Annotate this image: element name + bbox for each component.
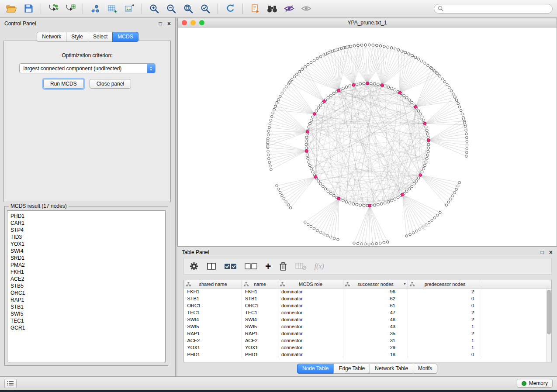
table-tab-edge-table[interactable]: Edge Table — [333, 364, 370, 374]
mcds-result-item[interactable]: RAP1 — [10, 296, 165, 303]
run-mcds-button[interactable]: Run MCDS — [43, 79, 84, 89]
show-graphics-details-button[interactable] — [299, 2, 313, 15]
network-node[interactable] — [433, 70, 436, 72]
search-input[interactable] — [446, 6, 549, 12]
network-node[interactable] — [326, 234, 329, 237]
network-node[interactable] — [330, 236, 332, 238]
deselect-all-button[interactable] — [245, 263, 257, 270]
network-node[interactable] — [311, 116, 314, 118]
network-node[interactable] — [335, 49, 337, 52]
network-node[interactable] — [443, 81, 446, 83]
network-node[interactable] — [383, 45, 386, 48]
network-node[interactable] — [304, 221, 307, 224]
network-node[interactable] — [316, 229, 319, 232]
zoom-fit-button[interactable] — [181, 2, 195, 15]
table-row[interactable]: STB1STB1dominator620 — [184, 295, 551, 302]
new-network-button[interactable] — [88, 2, 102, 15]
network-canvas[interactable] — [178, 28, 557, 246]
network-node[interactable] — [305, 136, 308, 139]
network-node[interactable] — [433, 217, 436, 219]
network-node[interactable] — [401, 50, 403, 52]
column-header-predecessor-nodes[interactable]: predecessor nodes — [408, 280, 482, 288]
network-node[interactable] — [431, 219, 433, 222]
table-options-button[interactable] — [189, 261, 199, 271]
table-row[interactable]: FKH1FKH1dominator962 — [184, 288, 551, 295]
network-node[interactable] — [285, 201, 287, 203]
network-node[interactable] — [448, 86, 451, 89]
network-node[interactable] — [441, 78, 444, 80]
network-node[interactable] — [308, 122, 311, 125]
network-node[interactable] — [352, 203, 355, 205]
network-node[interactable] — [281, 92, 284, 95]
network-node[interactable] — [276, 102, 278, 104]
network-node[interactable] — [403, 94, 405, 97]
network-node[interactable] — [285, 86, 287, 88]
network-node[interactable] — [306, 154, 308, 156]
delete-columns-button[interactable] — [279, 261, 287, 271]
network-node[interactable] — [270, 115, 273, 118]
network-search-box[interactable] — [434, 4, 553, 14]
network-node[interactable] — [422, 119, 425, 122]
network-node[interactable] — [349, 202, 351, 204]
network-node[interactable] — [373, 83, 376, 85]
mcds-result-item[interactable]: ORC1 — [10, 289, 165, 296]
network-node[interactable] — [455, 99, 458, 102]
network-node[interactable] — [450, 198, 452, 200]
network-node[interactable] — [329, 94, 332, 97]
tab-style[interactable]: Style — [66, 32, 88, 42]
network-node[interactable] — [426, 157, 428, 160]
mcds-result-item[interactable]: SWI4 — [10, 248, 165, 254]
network-node[interactable] — [412, 232, 415, 234]
network-node[interactable] — [427, 136, 429, 139]
network-node[interactable] — [426, 133, 429, 135]
network-node[interactable] — [464, 125, 467, 128]
network-node[interactable] — [377, 83, 379, 86]
network-node[interactable] — [268, 161, 271, 164]
network-node[interactable] — [353, 242, 356, 244]
sort-arrow-icon[interactable]: ▾ — [404, 281, 406, 286]
mcds-result-item[interactable]: PHD1 — [10, 213, 165, 220]
network-node[interactable] — [307, 223, 309, 226]
show-columns-button[interactable] — [207, 262, 216, 271]
network-node[interactable] — [267, 134, 270, 136]
network-node[interactable] — [363, 82, 365, 85]
network-node[interactable] — [269, 165, 272, 167]
network-node[interactable] — [345, 201, 348, 203]
network-node[interactable] — [465, 129, 467, 131]
open-session-button[interactable] — [4, 2, 18, 15]
network-node[interactable] — [322, 185, 324, 188]
network-node[interactable] — [452, 93, 455, 96]
network-node[interactable] — [308, 164, 311, 167]
network-node[interactable] — [375, 242, 378, 245]
close-window-button[interactable] — [182, 20, 187, 25]
mcds-result-item[interactable]: CAR1 — [10, 220, 165, 227]
network-node[interactable] — [307, 63, 309, 66]
network-node[interactable] — [319, 182, 322, 185]
network-node[interactable] — [331, 50, 334, 53]
network-node[interactable] — [279, 95, 282, 98]
zoom-selected-button[interactable] — [198, 2, 212, 15]
network-node[interactable] — [415, 230, 418, 232]
export-image-button[interactable] — [122, 2, 136, 15]
refresh-view-button[interactable] — [223, 2, 237, 15]
network-window-titlebar[interactable]: YPA_prune.txt_1 — [178, 18, 557, 28]
network-node[interactable] — [345, 86, 348, 88]
network-node[interactable] — [419, 113, 422, 115]
network-node[interactable] — [368, 44, 371, 46]
network-node[interactable] — [305, 143, 308, 146]
minimize-window-button[interactable] — [190, 20, 196, 25]
network-node-dominator[interactable] — [314, 175, 317, 179]
network-node[interactable] — [291, 79, 293, 81]
network-node[interactable] — [463, 118, 465, 120]
network-node[interactable] — [421, 171, 423, 173]
table-row[interactable]: SWI4SWI4dominator462 — [184, 316, 551, 323]
network-node[interactable] — [329, 192, 332, 195]
network-node[interactable] — [328, 52, 330, 54]
network-node[interactable] — [305, 140, 308, 142]
network-node[interactable] — [460, 109, 462, 112]
network-node[interactable] — [283, 198, 285, 200]
network-node[interactable] — [466, 151, 468, 154]
network-node[interactable] — [269, 123, 271, 125]
network-node[interactable] — [394, 89, 396, 91]
network-node[interactable] — [405, 235, 408, 237]
